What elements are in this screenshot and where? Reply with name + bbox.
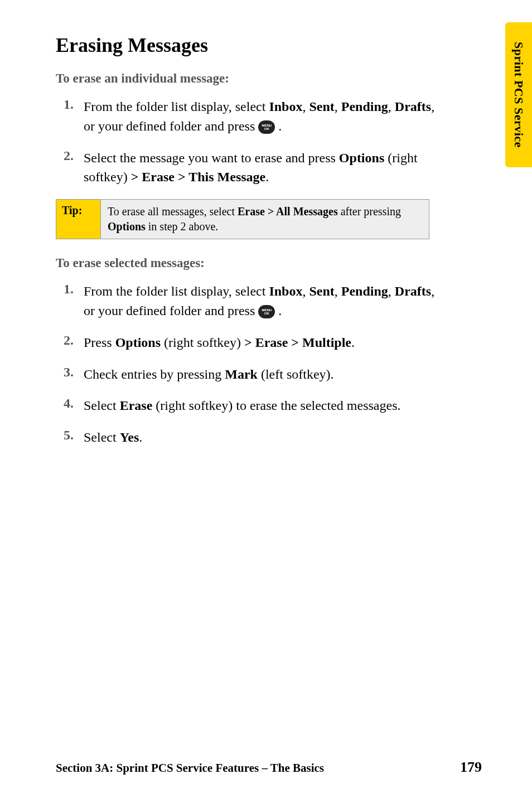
text: Check entries by pressing <box>84 367 225 381</box>
section2-lead: To erase selected messages: <box>56 256 476 270</box>
text: To erase all messages, select <box>108 205 238 217</box>
step-number: 3. <box>56 365 84 384</box>
step-body: Select the message you want to erase and… <box>84 148 443 187</box>
section2-steps: 1. From the folder list display, select … <box>56 282 476 447</box>
step: 1. From the folder list display, select … <box>56 97 476 136</box>
icon-bottom: OK <box>264 312 269 315</box>
step: 1. From the folder list display, select … <box>56 282 476 321</box>
text: , <box>335 99 341 114</box>
footer-page-number: 179 <box>460 759 482 776</box>
section1-steps: 1. From the folder list display, select … <box>56 97 476 187</box>
step: 5. Select Yes. <box>56 428 476 447</box>
text: . <box>275 303 282 318</box>
bold: Pending <box>341 284 388 298</box>
text: From the folder list display, select <box>84 99 269 114</box>
text: . <box>351 335 355 350</box>
bold: Erase > All Messages <box>238 205 338 217</box>
step: 4. Select Erase (right softkey) to erase… <box>56 396 476 415</box>
text: Select the message you want to erase and… <box>84 151 339 165</box>
text: . <box>265 170 269 184</box>
text: From the folder list display, select <box>84 284 269 298</box>
text: . <box>139 430 142 444</box>
step-number: 1. <box>56 282 84 321</box>
text: , <box>388 99 395 114</box>
section1-lead: To erase an individual message: <box>56 71 476 86</box>
bold: > Erase > Multiple <box>244 335 351 350</box>
bold: > Erase > This Message <box>131 170 266 184</box>
step: 2. Press Options (right softkey) > Erase… <box>56 333 476 352</box>
step-number: 2. <box>56 333 84 352</box>
bold: Inbox <box>269 99 302 114</box>
bold: Drafts <box>395 284 431 298</box>
step-number: 5. <box>56 428 84 447</box>
text: Select <box>84 398 120 413</box>
bold: Pending <box>341 99 388 114</box>
step-number: 1. <box>56 97 84 136</box>
tip-box: Tip: To erase all messages, select Erase… <box>56 199 429 239</box>
step-number: 4. <box>56 396 84 415</box>
icon-bottom: OK <box>264 127 269 130</box>
bold: Options <box>115 335 161 350</box>
bold: Yes <box>120 430 139 444</box>
side-tab: Sprint PCS Service <box>505 22 532 167</box>
footer-section: Section 3A: Sprint PCS Service Features … <box>56 761 324 775</box>
page-title: Erasing Messages <box>56 33 476 57</box>
step-number: 2. <box>56 148 84 187</box>
text: in step 2 above. <box>146 220 219 233</box>
step-body: From the folder list display, select Inb… <box>84 282 443 321</box>
step-body: Check entries by pressing Mark (left sof… <box>84 365 443 384</box>
text: Select <box>84 430 120 444</box>
step: 2. Select the message you want to erase … <box>56 148 476 187</box>
text: Press <box>84 335 115 350</box>
step-body: Select Yes. <box>84 428 443 447</box>
bold: Mark <box>225 367 258 381</box>
text: (right softkey) <box>161 335 244 350</box>
text: , <box>335 284 341 298</box>
text: (left softkey). <box>258 367 334 381</box>
text: , <box>302 284 309 298</box>
menu-ok-icon: MENUOK <box>258 305 275 318</box>
text: . <box>275 119 282 133</box>
bold: Sent <box>309 99 334 114</box>
page-footer: Section 3A: Sprint PCS Service Features … <box>56 759 482 776</box>
tip-body: To erase all messages, select Erase > Al… <box>101 200 429 239</box>
bold: Options <box>339 151 384 165</box>
bold: Sent <box>309 284 334 298</box>
step-body: From the folder list display, select Inb… <box>84 97 443 136</box>
text: , <box>388 284 395 298</box>
bold: Options <box>108 220 146 233</box>
text: after pressing <box>338 205 401 217</box>
menu-ok-icon: MENUOK <box>258 120 275 134</box>
step-body: Press Options (right softkey) > Erase > … <box>84 333 443 352</box>
step: 3. Check entries by pressing Mark (left … <box>56 365 476 384</box>
side-tab-label: Sprint PCS Service <box>511 42 526 148</box>
tip-label: Tip: <box>56 200 101 239</box>
text: , <box>302 99 309 114</box>
step-body: Select Erase (right softkey) to erase th… <box>84 396 443 415</box>
bold: Inbox <box>269 284 302 298</box>
bold: Erase <box>120 398 153 413</box>
bold: Drafts <box>395 99 431 114</box>
page: Sprint PCS Service Erasing Messages To e… <box>0 0 532 798</box>
text: (right softkey) to erase the selected me… <box>152 398 400 413</box>
